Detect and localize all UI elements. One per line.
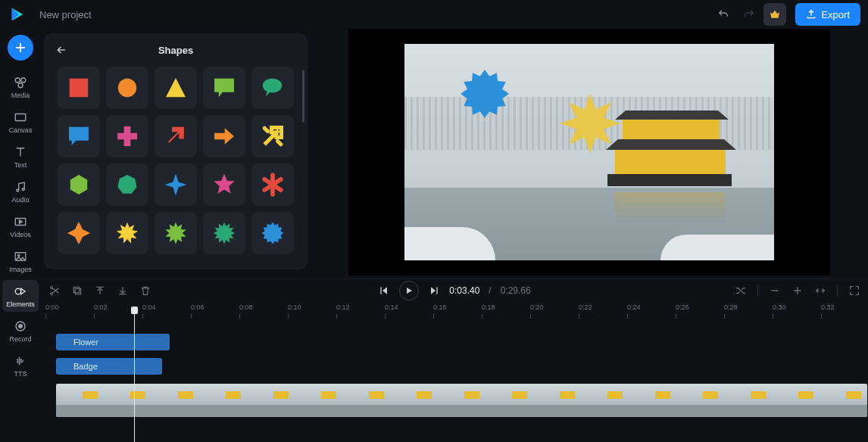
shape-grid bbox=[50, 67, 301, 263]
rail-media[interactable]: Media bbox=[2, 71, 39, 103]
shape-plus[interactable] bbox=[106, 115, 148, 157]
video-thumb[interactable] bbox=[438, 384, 486, 417]
shape-badge[interactable] bbox=[251, 212, 294, 254]
shape-arrow-both[interactable] bbox=[251, 115, 294, 157]
shape-flower4[interactable] bbox=[58, 212, 100, 254]
video-thumb[interactable] bbox=[104, 384, 151, 417]
shape-burst2[interactable] bbox=[203, 212, 245, 254]
svg-point-13 bbox=[118, 79, 136, 97]
add-button[interactable] bbox=[8, 35, 33, 61]
playhead[interactable] bbox=[134, 308, 135, 442]
ruler-tick: 0:04 bbox=[142, 303, 156, 311]
undo-button[interactable] bbox=[712, 3, 735, 26]
clip-badge[interactable]: Badge bbox=[56, 358, 162, 375]
ruler-tick: 0:16 bbox=[433, 303, 447, 311]
left-rail: Media Canvas Text Audio Videos Images El… bbox=[0, 29, 41, 442]
copy-icon[interactable] bbox=[71, 285, 83, 297]
ruler-tick: 0:10 bbox=[288, 303, 301, 311]
app-logo[interactable] bbox=[8, 5, 27, 24]
preview-area bbox=[348, 29, 830, 275]
rail-images[interactable]: Images bbox=[2, 245, 39, 277]
video-thumb[interactable] bbox=[629, 384, 676, 417]
shape-arrow-right[interactable] bbox=[203, 115, 245, 157]
svg-point-2 bbox=[18, 82, 23, 87]
video-thumb[interactable] bbox=[676, 384, 724, 417]
timeline-tracks[interactable]: FlowerBadge bbox=[41, 326, 868, 442]
shape-heptagon[interactable] bbox=[106, 163, 148, 206]
fit-icon[interactable] bbox=[814, 285, 826, 297]
shape-star5[interactable] bbox=[203, 163, 245, 206]
clip-flower[interactable]: Flower bbox=[56, 334, 170, 350]
video-thumb[interactable] bbox=[199, 384, 247, 417]
rail-text[interactable]: Text bbox=[2, 141, 39, 173]
video-thumb[interactable] bbox=[151, 384, 199, 417]
timeline-ruler[interactable]: 0:000:020:040:060:080:100:120:140:160:18… bbox=[41, 303, 868, 323]
export-label: Export bbox=[821, 9, 850, 20]
video-thumb[interactable] bbox=[581, 384, 629, 417]
ruler-tick: 0:32 bbox=[821, 303, 835, 311]
premium-button[interactable] bbox=[763, 3, 786, 26]
project-name[interactable]: New project bbox=[39, 9, 92, 20]
skip-forward-button[interactable] bbox=[428, 285, 440, 297]
shape-burst[interactable] bbox=[155, 212, 197, 254]
video-thumb[interactable] bbox=[820, 384, 867, 417]
ruler-tick: 0:22 bbox=[579, 303, 592, 311]
video-thumb[interactable] bbox=[295, 384, 342, 417]
svg-point-1 bbox=[21, 78, 26, 82]
rail-tts[interactable]: TTS bbox=[2, 350, 39, 381]
overlay-flower-shape[interactable] bbox=[556, 89, 624, 157]
svg-rect-17 bbox=[73, 287, 79, 292]
shape-hexagon[interactable] bbox=[58, 163, 100, 206]
export-button[interactable]: Export bbox=[795, 3, 860, 26]
current-time: 0:03.40 bbox=[449, 285, 479, 296]
delete-icon[interactable] bbox=[139, 285, 151, 297]
skip-back-button[interactable] bbox=[378, 285, 390, 297]
shape-triangle[interactable] bbox=[155, 67, 197, 109]
video-thumb[interactable] bbox=[247, 384, 295, 417]
panel-scrollbar[interactable] bbox=[302, 70, 304, 123]
shape-star4[interactable] bbox=[155, 163, 197, 206]
video-thumb[interactable] bbox=[56, 384, 104, 417]
video-thumb[interactable] bbox=[486, 384, 533, 417]
rail-elements[interactable]: Elements bbox=[2, 280, 39, 312]
ruler-tick: 0:24 bbox=[627, 303, 641, 311]
overlay-badge-shape[interactable] bbox=[454, 64, 515, 124]
split-icon[interactable] bbox=[48, 285, 61, 297]
rail-record[interactable]: Record bbox=[2, 315, 39, 347]
timeline-area: 0:03.40 / 0:29.66 0:000:020:040:060:080:… bbox=[41, 279, 868, 442]
ruler-tick: 0:02 bbox=[94, 303, 108, 311]
ruler-tick: 0:06 bbox=[191, 303, 205, 311]
video-thumb[interactable] bbox=[724, 384, 772, 417]
ruler-tick: 0:20 bbox=[530, 303, 544, 311]
shape-square[interactable] bbox=[58, 67, 100, 109]
shape-speech-round[interactable] bbox=[251, 67, 294, 109]
video-thumb[interactable] bbox=[533, 384, 581, 417]
down-icon[interactable] bbox=[117, 285, 129, 297]
ruler-tick: 0:12 bbox=[336, 303, 350, 311]
shape-asterisk[interactable] bbox=[251, 163, 294, 206]
shuffle-icon[interactable] bbox=[735, 285, 747, 297]
svg-point-8 bbox=[18, 254, 20, 256]
video-thumb[interactable] bbox=[342, 384, 390, 417]
shape-circle[interactable] bbox=[106, 67, 148, 109]
zoom-out-icon[interactable] bbox=[769, 285, 781, 297]
panel-back-button[interactable] bbox=[50, 39, 73, 61]
duration: 0:29.66 bbox=[501, 285, 531, 296]
shape-speech-square[interactable] bbox=[203, 67, 245, 109]
shape-speech-left[interactable] bbox=[58, 115, 100, 157]
shape-flower-many[interactable] bbox=[106, 212, 148, 254]
up-icon[interactable] bbox=[94, 285, 106, 297]
video-track[interactable] bbox=[56, 384, 867, 417]
rail-audio[interactable]: Audio bbox=[2, 176, 39, 207]
fullscreen-icon[interactable] bbox=[848, 285, 860, 297]
zoom-in-icon[interactable] bbox=[792, 285, 804, 297]
video-preview[interactable] bbox=[404, 44, 774, 260]
rail-videos[interactable]: Videos bbox=[2, 210, 39, 242]
rail-canvas[interactable]: Canvas bbox=[2, 106, 39, 138]
video-thumb[interactable] bbox=[390, 384, 438, 417]
clip-icon bbox=[61, 362, 70, 371]
redo-button[interactable] bbox=[738, 3, 760, 26]
shape-arrow-diag[interactable] bbox=[155, 115, 197, 157]
svg-point-5 bbox=[22, 188, 24, 190]
video-thumb[interactable] bbox=[772, 384, 820, 417]
